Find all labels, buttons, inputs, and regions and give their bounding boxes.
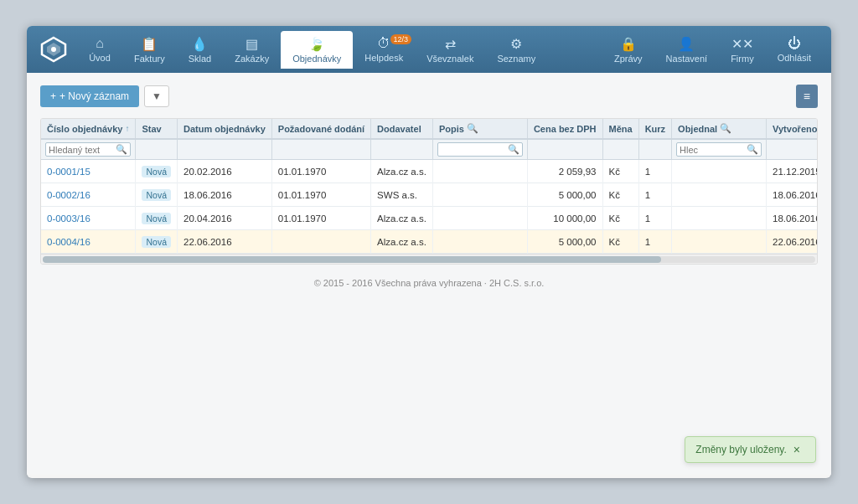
cell-pozadovane: 01.01.1970	[271, 183, 370, 207]
cell-mena: Kč	[602, 160, 638, 183]
nav-label-nastaveni: Nastavení	[666, 54, 708, 64]
faktury-icon: 📋	[141, 36, 158, 52]
cell-popis	[432, 160, 527, 183]
scrollbar-track	[43, 256, 815, 263]
navbar: ⌂ Úvod 📋 Faktury 💧 Sklad ▤ Zakázky 🍃 Obj…	[27, 26, 831, 73]
cell-popis	[432, 230, 527, 254]
table-filter-row: 🔍 🔍	[41, 139, 818, 160]
nav-item-firmy[interactable]: ✕✕ Firmy	[719, 31, 766, 69]
th-popis: Popis 🔍	[432, 119, 527, 139]
nav-item-faktury[interactable]: 📋 Faktury	[122, 31, 177, 69]
page-footer: © 2015 - 2016 Všechna práva vyhrazena · …	[40, 265, 818, 296]
cell-cena: 5 000,00	[527, 230, 602, 254]
nav-item-uvod[interactable]: ⌂ Úvod	[77, 31, 122, 68]
table-row: 0-0001/15Nová20.02.201601.01.1970Alza.cz…	[41, 160, 818, 183]
filter-stav	[136, 139, 178, 160]
search-icon-popis-filter[interactable]: 🔍	[508, 144, 519, 155]
cell-stav: Nová	[136, 207, 178, 230]
toolbar: + + Nový záznam ▼ ≡	[40, 85, 818, 108]
app-logo[interactable]	[35, 31, 72, 68]
nav-label-vseznalek: Vševznalek	[426, 54, 473, 64]
zpravy-icon: 🔒	[620, 36, 637, 52]
order-link[interactable]: 0-0003/16	[47, 213, 90, 224]
cell-stav: Nová	[136, 230, 178, 254]
cell-kurz: 1	[638, 183, 671, 207]
nav-item-sklad[interactable]: 💧 Sklad	[177, 31, 224, 69]
horizontal-scrollbar[interactable]	[41, 254, 817, 264]
table-body: 0-0001/15Nová20.02.201601.01.1970Alza.cz…	[41, 160, 818, 254]
svg-point-2	[51, 47, 56, 52]
filter-kurz	[638, 139, 671, 160]
nav-item-zakazky[interactable]: ▤ Zakázky	[223, 31, 281, 69]
filter-dodavatel	[371, 139, 433, 160]
cell-dodavatel: Alza.cz a.s.	[371, 160, 433, 183]
cell-cena: 5 000,00	[527, 183, 602, 207]
table-row: 0-0002/16Nová18.06.201601.01.1970SWS a.s…	[41, 183, 818, 207]
filter-pozadovane	[271, 139, 370, 160]
nav-item-odhlasit[interactable]: ⏻ Odhlásit	[766, 31, 823, 68]
nav-label-odhlasit: Odhlásit	[778, 53, 811, 63]
sort-icon-cislo[interactable]: ↑	[125, 124, 129, 133]
cell-vytvoreno: 18.06.2016 06:18:22	[767, 207, 818, 230]
nav-item-objednavky[interactable]: 🍃 Objednávky	[281, 31, 353, 69]
status-badge: Nová	[142, 166, 171, 177]
filter-popis-input[interactable]	[441, 145, 508, 155]
cell-mena: Kč	[602, 183, 638, 207]
nav-label-sklad: Sklad	[189, 54, 212, 64]
columns-button[interactable]: ≡	[796, 85, 818, 108]
cell-pozadovane: 01.01.1970	[271, 207, 370, 230]
home-icon: ⌂	[96, 36, 104, 51]
search-icon-popis[interactable]: 🔍	[467, 123, 478, 134]
table-row: 0-0003/16Nová20.04.201601.01.1970Alza.cz…	[41, 207, 818, 230]
search-icon-objednal[interactable]: 🔍	[720, 123, 731, 134]
filter-popis: 🔍	[432, 139, 527, 160]
cell-stav: Nová	[136, 183, 178, 207]
nav-label-zakazky: Zakázky	[235, 54, 269, 64]
nav-item-helpdesk[interactable]: ⏱ Helpdesk 12/3	[353, 31, 415, 68]
filter-datum	[178, 139, 272, 160]
status-badge: Nová	[142, 236, 171, 248]
nav-item-seznamy[interactable]: ⚙ Seznamy	[485, 31, 547, 69]
cell-dodavatel: SWS a.s.	[371, 183, 433, 207]
cell-popis	[432, 207, 527, 230]
th-stav: Stav	[136, 119, 178, 139]
cell-cena: 2 059,93	[527, 160, 602, 183]
cell-kurz: 1	[638, 230, 671, 254]
nav-label-objednavky: Objednávky	[292, 54, 341, 64]
cell-datum: 22.06.2016	[178, 230, 272, 254]
th-objednal: Objednal 🔍	[672, 119, 767, 139]
nav-item-vseznalek[interactable]: ⇄ Vševznalek	[415, 31, 485, 69]
nav-item-zpravy[interactable]: 🔒 Zprávy	[602, 31, 654, 69]
search-icon-cislo-filter[interactable]: 🔍	[116, 144, 127, 155]
new-record-button[interactable]: + + Nový záznam	[40, 85, 139, 107]
filter-button[interactable]: ▼	[144, 85, 169, 107]
data-table-wrap: Číslo objednávky ↑ Stav Datum objednávky…	[40, 118, 818, 265]
cell-dodavatel: Alza.cz a.s.	[371, 230, 433, 254]
table-header-row: Číslo objednávky ↑ Stav Datum objednávky…	[41, 119, 818, 139]
cell-mena: Kč	[602, 230, 638, 254]
filter-cislo: 🔍	[41, 139, 136, 160]
toast-close-button[interactable]: ×	[793, 444, 800, 455]
cell-datum: 20.04.2016	[178, 207, 272, 230]
app-window: ⌂ Úvod 📋 Faktury 💧 Sklad ▤ Zakázky 🍃 Obj…	[27, 26, 831, 478]
order-link[interactable]: 0-0002/16	[47, 190, 90, 200]
new-record-label: + Nový záznam	[59, 90, 129, 102]
filter-objednal-input[interactable]	[680, 145, 747, 155]
footer-text: © 2015 - 2016 Všechna práva vyhrazena · …	[314, 278, 545, 288]
cell-vytvoreno: 21.12.2015 12:17:50	[767, 160, 818, 183]
odhlasit-icon: ⏻	[788, 36, 801, 51]
order-link[interactable]: 0-0004/16	[47, 237, 90, 247]
cell-dodavatel: Alza.cz a.s.	[371, 207, 433, 230]
search-icon-objednal-filter[interactable]: 🔍	[747, 144, 758, 155]
cell-objednal	[672, 230, 767, 254]
nav-item-nastaveni[interactable]: 👤 Nastavení	[654, 31, 720, 69]
cell-datum: 18.06.2016	[178, 183, 272, 207]
status-badge: Nová	[142, 213, 171, 224]
zakazky-icon: ▤	[246, 36, 258, 52]
order-link[interactable]: 0-0001/15	[47, 167, 90, 177]
cell-objednal	[672, 183, 767, 207]
cell-popis	[432, 183, 527, 207]
filter-objednal: 🔍	[672, 139, 767, 160]
th-mena: Měna	[602, 119, 638, 139]
filter-cislo-input[interactable]	[49, 145, 116, 155]
